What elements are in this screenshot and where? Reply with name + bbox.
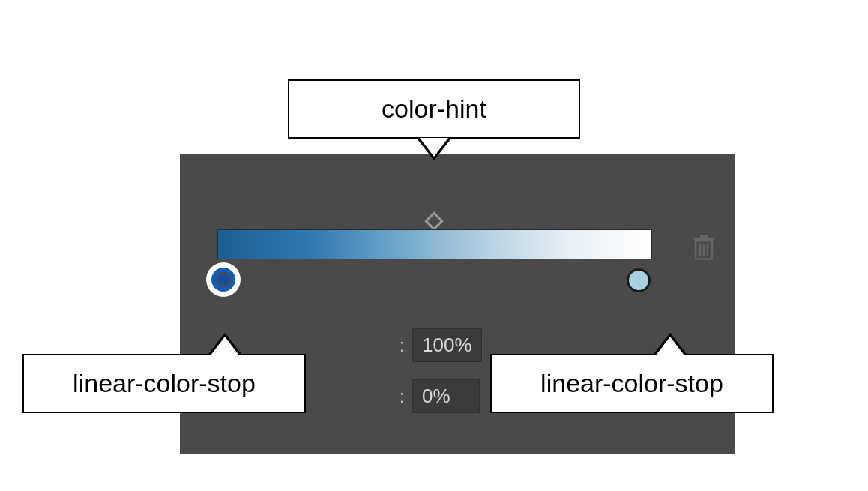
callout-linear-color-stop-right: linear-color-stop: [490, 354, 774, 413]
opacity-input[interactable]: 100%: [412, 328, 482, 362]
color-stop-left-core: [218, 274, 229, 285]
callout-bl-label: linear-color-stop: [73, 369, 256, 397]
input-label-1: :: [390, 335, 405, 356]
callout-pointer-bl: [208, 333, 241, 354]
svg-rect-5: [700, 235, 708, 238]
input-row-location: : 0%: [390, 379, 480, 413]
svg-rect-4: [694, 238, 714, 241]
color-hint-handle[interactable]: [424, 211, 443, 230]
input-row-opacity: : 100%: [390, 328, 482, 362]
callout-color-hint: color-hint: [288, 79, 580, 139]
gradient-track[interactable]: [217, 229, 652, 259]
callout-top-label: color-hint: [382, 94, 486, 123]
color-stop-right[interactable]: [627, 268, 651, 292]
callout-linear-color-stop-left: linear-color-stop: [22, 354, 306, 413]
location-input[interactable]: 0%: [412, 379, 480, 413]
callout-pointer-top: [418, 139, 450, 160]
input-label-2: :: [390, 386, 405, 407]
callout-pointer-br: [654, 333, 687, 354]
trash-icon[interactable]: [693, 235, 715, 261]
callout-br-label: linear-color-stop: [540, 369, 723, 397]
